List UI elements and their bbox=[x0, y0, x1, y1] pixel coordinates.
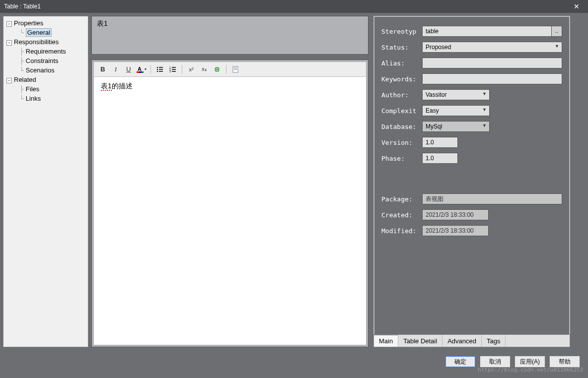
content-area: −Properties └ General −Responsibilities … bbox=[0, 13, 588, 350]
nav-tree: −Properties └ General −Responsibilities … bbox=[3, 16, 88, 347]
svg-point-4 bbox=[157, 66, 158, 67]
spacer bbox=[381, 169, 562, 193]
package-label: Package: bbox=[381, 195, 422, 203]
status-label: Status: bbox=[381, 44, 422, 51]
tree-scenarios[interactable]: └ Scenarios bbox=[3, 65, 88, 75]
right-column: Stereotyp.. Status:Proposed Alias: Keywo… bbox=[373, 16, 570, 347]
collapse-icon[interactable]: − bbox=[6, 78, 12, 83]
author-select[interactable]: Vassitor bbox=[422, 89, 490, 100]
document-button[interactable] bbox=[229, 64, 241, 75]
left-column: 表1 B I U A▾ 123 x² x₂ bbox=[91, 16, 368, 347]
package-field bbox=[422, 193, 562, 204]
subscript-button[interactable]: x₂ bbox=[198, 64, 210, 75]
tree-responsibilities[interactable]: −Responsibilities bbox=[3, 37, 88, 47]
ok-button[interactable]: 确定 bbox=[445, 356, 476, 368]
font-color-button[interactable]: A▾ bbox=[136, 64, 147, 75]
svg-rect-11 bbox=[172, 67, 176, 68]
separator bbox=[226, 65, 226, 74]
window-title: Table : Table1 bbox=[4, 3, 569, 10]
watermark: https://blog.csdn.net/u011066253 bbox=[478, 367, 583, 373]
stereotype-label: Stereotyp bbox=[381, 28, 422, 35]
tree-requirements[interactable]: ├ Requirements bbox=[3, 47, 88, 56]
modified-field[interactable] bbox=[422, 225, 489, 236]
svg-text:A: A bbox=[138, 66, 142, 72]
svg-text:3: 3 bbox=[169, 70, 171, 73]
italic-button[interactable]: I bbox=[110, 64, 122, 75]
version-label: Version: bbox=[381, 139, 422, 146]
svg-rect-5 bbox=[159, 67, 163, 68]
tree-links[interactable]: └ Links bbox=[3, 94, 88, 103]
tab-tags[interactable]: Tags bbox=[482, 335, 506, 347]
spellcheck-text: 表1 bbox=[101, 82, 112, 91]
description-editor: B I U A▾ 123 x² x₂ 表1的描述 bbox=[91, 60, 368, 347]
svg-point-6 bbox=[157, 68, 158, 69]
phase-label: Phase: bbox=[381, 155, 422, 162]
tree-related[interactable]: −Related bbox=[3, 75, 88, 84]
alias-label: Alias: bbox=[381, 60, 422, 67]
editor-toolbar: B I U A▾ 123 x² x₂ bbox=[94, 62, 366, 77]
apply-button[interactable]: 应用(A) bbox=[514, 356, 545, 368]
separator bbox=[182, 65, 182, 74]
superscript-button[interactable]: x² bbox=[185, 64, 197, 75]
keywords-input[interactable] bbox=[422, 73, 562, 84]
svg-rect-7 bbox=[159, 69, 163, 70]
tree-files[interactable]: ├ Files bbox=[3, 84, 88, 94]
stereotype-browse-button[interactable]: .. bbox=[551, 26, 562, 37]
underline-button[interactable]: U bbox=[123, 64, 135, 75]
bold-button[interactable]: B bbox=[97, 64, 109, 75]
alias-input[interactable] bbox=[422, 58, 562, 68]
titlebar: Table : Table1 ✕ bbox=[0, 0, 588, 13]
created-label: Created: bbox=[381, 211, 422, 219]
tab-advanced[interactable]: Advanced bbox=[442, 335, 482, 347]
name-field[interactable]: 表1 bbox=[91, 16, 368, 55]
svg-rect-21 bbox=[234, 69, 237, 70]
separator bbox=[150, 65, 151, 74]
description-textarea[interactable]: 表1的描述 bbox=[94, 77, 366, 345]
svg-rect-13 bbox=[172, 69, 176, 70]
hyperlink-button[interactable] bbox=[211, 64, 223, 75]
svg-rect-9 bbox=[159, 71, 163, 72]
tree-constraints[interactable]: ├ Constraints bbox=[3, 56, 88, 65]
status-select[interactable]: Proposed bbox=[422, 42, 562, 53]
database-label: Database: bbox=[381, 123, 422, 130]
tree-general[interactable]: └ General bbox=[3, 28, 88, 37]
tree-properties[interactable]: −Properties bbox=[3, 18, 88, 28]
property-tabs: Main Table Detail Advanced Tags bbox=[373, 334, 570, 347]
svg-rect-15 bbox=[172, 71, 176, 72]
main-panel: 表1 B I U A▾ 123 x² x₂ bbox=[88, 13, 588, 350]
properties-panel: Stereotyp.. Status:Proposed Alias: Keywo… bbox=[373, 16, 570, 334]
close-icon[interactable]: ✕ bbox=[569, 2, 584, 10]
author-label: Author: bbox=[381, 91, 422, 99]
svg-point-8 bbox=[157, 70, 158, 71]
complexity-select[interactable]: Easy bbox=[422, 105, 490, 116]
help-button[interactable]: 帮助 bbox=[549, 356, 580, 368]
svg-rect-20 bbox=[234, 68, 237, 69]
created-field[interactable] bbox=[422, 209, 489, 220]
keywords-label: Keywords: bbox=[381, 75, 422, 83]
svg-rect-3 bbox=[142, 71, 144, 73]
complexity-label: Complexit bbox=[381, 107, 422, 115]
numbered-list-button[interactable]: 123 bbox=[167, 64, 179, 75]
svg-rect-19 bbox=[234, 67, 237, 68]
stereotype-input[interactable] bbox=[422, 26, 552, 37]
database-select[interactable]: MySql bbox=[422, 121, 490, 132]
cancel-button[interactable]: 取消 bbox=[480, 356, 511, 368]
modified-label: Modified: bbox=[381, 227, 422, 235]
collapse-icon[interactable]: − bbox=[6, 40, 12, 46]
tab-table-detail[interactable]: Table Detail bbox=[398, 335, 442, 347]
collapse-icon[interactable]: − bbox=[6, 21, 12, 27]
svg-rect-2 bbox=[139, 71, 142, 73]
bullet-list-button[interactable] bbox=[154, 64, 166, 75]
version-input[interactable] bbox=[422, 137, 458, 148]
phase-input[interactable] bbox=[422, 153, 458, 164]
tab-main[interactable]: Main bbox=[374, 335, 398, 347]
